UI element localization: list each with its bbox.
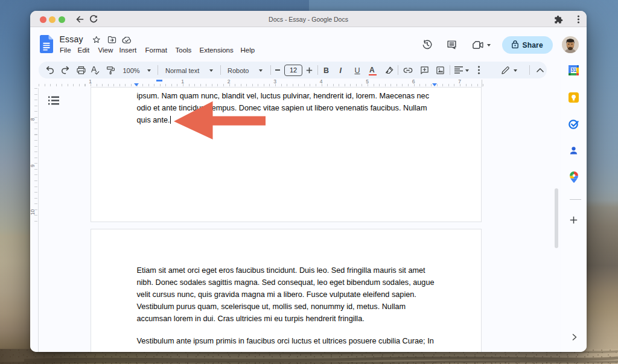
- svg-text:31: 31: [571, 68, 577, 74]
